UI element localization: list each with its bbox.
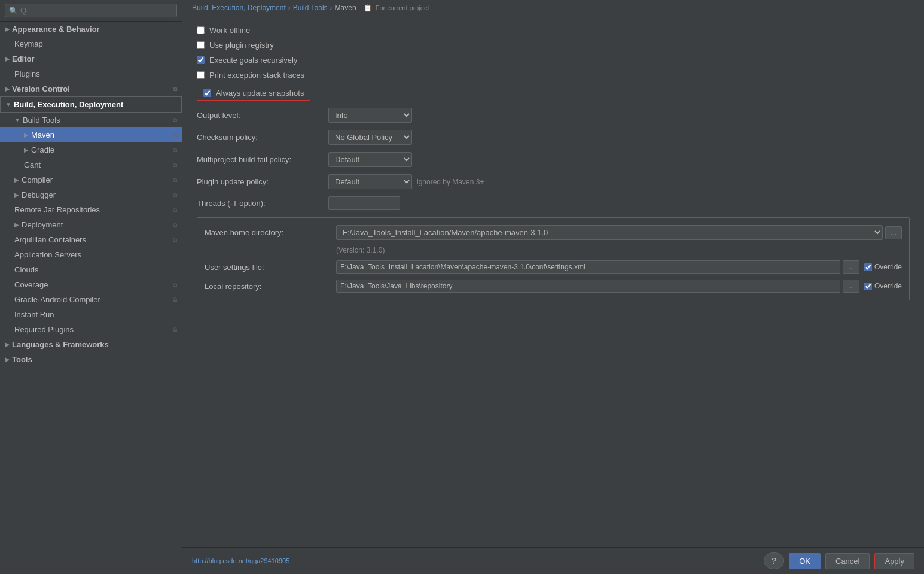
print-exceptions-row: Print exception stack traces: [197, 71, 910, 80]
user-settings-override-checkbox[interactable]: [864, 263, 872, 271]
content-area: Build, Execution, Deployment › Build Too…: [182, 0, 924, 574]
copy-icon: ⧉: [173, 147, 177, 154]
bottom-bar: http://blog.csdn.net/qqa29410905 ? OK Ca…: [182, 547, 924, 574]
print-exceptions-checkbox[interactable]: [197, 71, 205, 79]
always-update-row: Always update snapshots: [197, 86, 910, 101]
copy-icon: ⧉: [173, 177, 177, 184]
sidebar-item-deployment[interactable]: ▶ Deployment ⧉: [0, 217, 182, 232]
checksum-policy-label: Checksum policy:: [197, 133, 328, 142]
sidebar-item-version-control[interactable]: ▶ Version Control ⧉: [0, 81, 182, 96]
search-wrapper: 🔍: [5, 4, 177, 17]
copy-icon: ⧉: [173, 296, 177, 303]
sidebar-item-keymap[interactable]: Keymap: [0, 37, 182, 51]
ok-button[interactable]: OK: [789, 553, 821, 569]
use-plugin-registry-checkbox[interactable]: [197, 41, 205, 49]
maven-home-combo[interactable]: F:/Java_Tools_Install_Lacation/Maven/apa…: [336, 225, 883, 240]
breadcrumb: Build, Execution, Deployment › Build Too…: [182, 0, 924, 16]
local-repo-row: Local repository: ... Override: [205, 280, 902, 293]
sidebar-item-build-exec-deploy[interactable]: ▼ Build, Execution, Deployment: [0, 96, 182, 113]
arrow-icon: ▶: [5, 56, 10, 62]
arrow-icon: ▼: [14, 117, 20, 123]
plugin-update-row: Plugin update policy: Default Force Upda…: [197, 174, 910, 189]
sidebar-item-app-servers[interactable]: Application Servers: [0, 247, 182, 262]
copy-icon: ⧉: [173, 132, 177, 139]
maven-directory-section: Maven home directory: F:/Java_Tools_Inst…: [197, 217, 910, 300]
maven-home-browse-btn[interactable]: ...: [885, 226, 902, 239]
local-repo-override: Override: [864, 282, 902, 290]
use-plugin-registry-row: Use plugin registry: [197, 41, 910, 50]
copy-icon: ⧉: [173, 86, 177, 93]
copy-icon: ⧉: [173, 326, 177, 333]
maven-home-input-group: F:/Java_Tools_Install_Lacation/Maven/apa…: [336, 225, 902, 240]
sidebar-item-gant[interactable]: Gant ⧉: [0, 157, 182, 172]
sidebar-item-coverage[interactable]: Coverage ⧉: [0, 277, 182, 292]
output-level-row: Output level: Info Debug Warning Error: [197, 108, 910, 123]
sidebar-item-instant-run[interactable]: Instant Run: [0, 307, 182, 322]
maven-version-text: (Version: 3.1.0): [336, 246, 902, 254]
execute-goals-checkbox[interactable]: [197, 56, 205, 64]
arrow-icon: ▶: [5, 26, 10, 32]
arrow-icon: ▶: [24, 132, 29, 138]
sidebar-item-tools[interactable]: ▶ Tools: [0, 352, 182, 367]
apply-button[interactable]: Apply: [874, 553, 914, 569]
always-update-checkbox[interactable]: [203, 89, 211, 97]
user-settings-input-group: ... Override: [336, 260, 902, 274]
local-repo-input[interactable]: [336, 280, 840, 293]
threads-input[interactable]: [328, 196, 400, 210]
work-offline-checkbox[interactable]: [197, 26, 205, 34]
sidebar: 🔍 ▶ Appearance & Behavior Keymap ▶ Edito…: [0, 0, 182, 574]
copy-icon: ⧉: [173, 117, 177, 124]
sidebar-item-required-plugins[interactable]: Required Plugins ⧉: [0, 322, 182, 337]
threads-row: Threads (-T option):: [197, 196, 910, 210]
sidebar-item-build-tools[interactable]: ▼ Build Tools ⧉: [0, 113, 182, 127]
work-offline-label: Work offline: [209, 26, 250, 35]
sidebar-item-appearance[interactable]: ▶ Appearance & Behavior: [0, 22, 182, 37]
sidebar-item-compiler[interactable]: ▶ Compiler ⧉: [0, 172, 182, 187]
local-repo-browse-btn[interactable]: ...: [843, 280, 859, 293]
checksum-policy-row: Checksum policy: No Global Policy Ignore…: [197, 130, 910, 145]
copy-icon: ⧉: [173, 192, 177, 199]
sidebar-item-gradle[interactable]: ▶ Gradle ⧉: [0, 142, 182, 157]
user-settings-browse-btn[interactable]: ...: [843, 260, 859, 274]
search-bar: 🔍: [0, 0, 182, 22]
copy-icon: ⧉: [173, 236, 177, 244]
checksum-policy-select[interactable]: No Global Policy Ignore Warn Fail: [328, 130, 412, 145]
user-settings-input[interactable]: [336, 260, 840, 274]
search-icon: 🔍: [9, 7, 18, 15]
sidebar-item-gradle-android[interactable]: Gradle-Android Compiler ⧉: [0, 292, 182, 307]
arrow-icon: ▶: [24, 147, 29, 153]
sidebar-item-editor[interactable]: ▶ Editor: [0, 51, 182, 66]
print-exceptions-label: Print exception stack traces: [209, 71, 304, 80]
sidebar-item-maven[interactable]: ▶ Maven ⧉: [0, 127, 182, 142]
arrow-icon: ▶: [5, 341, 10, 348]
maven-home-row: Maven home directory: F:/Java_Tools_Inst…: [205, 225, 902, 240]
sidebar-item-debugger[interactable]: ▶ Debugger ⧉: [0, 187, 182, 202]
sidebar-item-remote-jar[interactable]: Remote Jar Repositories ⧉: [0, 202, 182, 217]
breadcrumb-maven: Maven: [335, 4, 356, 12]
breadcrumb-build-exec[interactable]: Build, Execution, Deployment: [192, 4, 286, 12]
output-level-select[interactable]: Info Debug Warning Error: [328, 108, 412, 123]
cancel-button[interactable]: Cancel: [825, 553, 870, 569]
arrow-icon: ▶: [14, 192, 19, 198]
status-bar-url: http://blog.csdn.net/qqa29410905: [192, 557, 759, 564]
always-update-label: Always update snapshots: [216, 89, 304, 98]
copy-icon: ⧉: [173, 281, 177, 288]
copy-icon: ⧉: [173, 162, 177, 169]
search-input[interactable]: [20, 6, 173, 15]
plugin-update-select[interactable]: Default Force Update Suppress Update: [328, 174, 412, 189]
sidebar-item-plugins[interactable]: Plugins: [0, 66, 182, 81]
multiproject-fail-label: Multiproject build fail policy:: [197, 155, 328, 164]
help-button[interactable]: ?: [764, 552, 784, 569]
output-level-label: Output level:: [197, 111, 328, 120]
local-repo-override-checkbox[interactable]: [864, 283, 872, 290]
arrow-icon: ▶: [14, 221, 19, 228]
multiproject-fail-row: Multiproject build fail policy: Default …: [197, 152, 910, 167]
arrow-icon: ▶: [5, 356, 10, 363]
breadcrumb-build-tools[interactable]: Build Tools: [293, 4, 328, 12]
settings-panel: Work offline Use plugin registry Execute…: [182, 16, 924, 547]
multiproject-fail-select[interactable]: Default Never At End Immediately: [328, 152, 412, 167]
sidebar-item-clouds[interactable]: Clouds: [0, 262, 182, 277]
sidebar-item-arquillian[interactable]: Arquillian Containers ⧉: [0, 232, 182, 247]
sidebar-item-languages[interactable]: ▶ Languages & Frameworks: [0, 337, 182, 352]
user-settings-label: User settings file:: [205, 263, 336, 272]
